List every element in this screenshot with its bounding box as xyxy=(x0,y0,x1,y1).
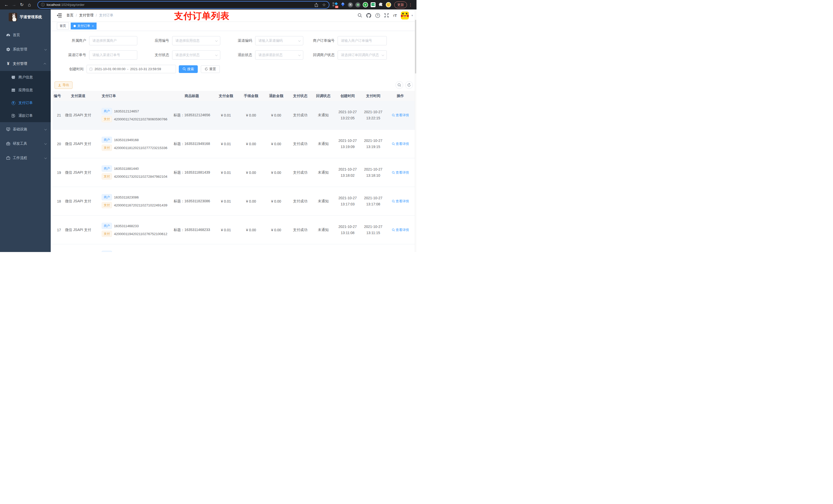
chevron-down-icon xyxy=(44,142,47,145)
column-header-编号: 编号 xyxy=(52,94,62,98)
cell-product-title: 标题：1635311468233 xyxy=(170,228,213,232)
filter-item-支付状态: 支付状态请选择支付状态 xyxy=(137,50,220,60)
avatar-caret-icon[interactable]: ▾ xyxy=(411,14,413,17)
cell-pay-channel: 微信 JSAPI 支付 xyxy=(62,228,95,232)
cell-pay-time: 2021-10-2713:17:08 xyxy=(360,195,386,207)
pay-tag: 支付 xyxy=(102,202,112,208)
browser-forward-button[interactable]: → xyxy=(10,3,18,7)
merchant-order-no: 1635312124657 xyxy=(114,110,139,113)
pay-order-line: 支付4200001181202110277723215336 xyxy=(102,145,170,151)
sidebar-item-工作流程[interactable]: 工作流程 xyxy=(0,151,51,165)
sidebar-item-基础设施[interactable]: 基础设施 xyxy=(0,122,51,137)
cell-actions: 查看详情 xyxy=(386,199,415,203)
view-detail-link[interactable]: 查看详情 xyxy=(392,199,409,203)
cell-refund-amount: ¥ 0.00 xyxy=(264,142,289,146)
export-button[interactable]: 导出 xyxy=(54,81,72,89)
sidebar-item-首页[interactable]: 首页 xyxy=(0,28,51,42)
placeholder-text: 请选择支付状态 xyxy=(175,53,214,57)
回调商户状态-select[interactable]: 请选择订单回调商户状态 xyxy=(338,50,387,60)
column-header-操作: 操作 xyxy=(386,94,415,98)
refresh-table-button[interactable] xyxy=(405,81,413,89)
browser-back-button[interactable]: ← xyxy=(3,3,10,7)
sidebar-item-支付管理[interactable]: ¥支付管理 xyxy=(0,56,51,71)
close-tab-icon[interactable]: × xyxy=(92,24,94,28)
top-navbar: 首页 / 支付管理 / 支付订单 支付订单列表 ? xyxy=(51,9,416,21)
filter-item-退款状态: 退款状态请选择退款状态 xyxy=(220,50,303,60)
cell-pay-amount: ¥ 0.01 xyxy=(213,228,238,232)
font-size-icon[interactable]: TT xyxy=(393,13,397,18)
browser-home-button[interactable]: ⌂ xyxy=(26,2,33,7)
应用编号-select[interactable]: 请选择应用信息 xyxy=(172,36,220,45)
pay-order-line: 支付4200001194202110276752100612 xyxy=(102,231,170,237)
渠道编码-select[interactable]: 请输入渠道编码 xyxy=(255,36,303,45)
cell-fee-amount: ¥ 0.00 xyxy=(238,199,264,203)
bookmark-star-icon[interactable]: ☆ xyxy=(322,2,326,7)
extension-command-icon[interactable]: ⌘ xyxy=(348,2,353,7)
商户订单编号-input[interactable]: 请输入商户订单编号 xyxy=(338,36,387,45)
header-search-icon[interactable] xyxy=(358,13,362,18)
extension-tabs-icon[interactable]: 10 xyxy=(332,2,338,7)
browser-update-button[interactable]: 更新 xyxy=(394,2,407,8)
view-detail-link[interactable]: 查看详情 xyxy=(392,113,409,118)
reset-button[interactable]: 重置 xyxy=(201,65,220,73)
tab-支付订单[interactable]: 支付订单× xyxy=(71,23,97,29)
browser-menu-dots-icon[interactable]: ⋮ xyxy=(409,3,412,7)
view-detail-link[interactable]: 查看详情 xyxy=(392,142,409,146)
支付状态-select[interactable]: 请选择支付状态 xyxy=(172,50,220,60)
cell-notify-status: 未通知 xyxy=(312,228,335,232)
extension-chat-icon[interactable] xyxy=(371,2,376,7)
sidebar-item-研发工具[interactable]: 研发工具 xyxy=(0,137,51,151)
profile-emoji-avatar[interactable] xyxy=(386,2,391,7)
sidebar-item-退款订单[interactable]: 退款订单 xyxy=(0,110,51,122)
help-icon[interactable]: ? xyxy=(375,13,380,18)
share-icon[interactable] xyxy=(314,3,318,7)
window-scrollbar[interactable] xyxy=(415,9,416,252)
filter-form: 所属商户请选择所属商户应用编号请选择应用信息渠道编码请输入渠道编码商户订单编号请… xyxy=(51,31,416,73)
sidebar-fold-icon[interactable] xyxy=(57,13,62,18)
sidebar-item-商户信息[interactable]: 商户信息 xyxy=(0,71,51,84)
tab-首页[interactable]: 首页 xyxy=(57,23,69,29)
所属商户-input[interactable]: 请选择所属商户 xyxy=(89,36,137,45)
extensions-puzzle-icon[interactable] xyxy=(378,2,383,7)
app-title: 芋道管理系统 xyxy=(20,15,42,20)
view-detail-link[interactable]: 查看详情 xyxy=(392,170,409,175)
sidebar-item-应用信息[interactable]: 应用信息 xyxy=(0,84,51,97)
site-info-icon[interactable]: ⓘ xyxy=(41,3,45,7)
github-icon[interactable] xyxy=(366,13,371,18)
address-bar[interactable]: ⓘ localhost:1024/pay/order ☆ xyxy=(38,1,329,9)
cell-pay-channel: 微信 JSAPI 支付 xyxy=(62,170,95,175)
cell-notify-status: 未通知 xyxy=(312,170,335,175)
cell-fee-amount: ¥ 0.00 xyxy=(238,142,264,146)
user-avatar[interactable] xyxy=(401,11,409,20)
dashboard-icon xyxy=(6,33,10,37)
fullscreen-icon[interactable] xyxy=(384,13,389,18)
table-row: 17微信 JSAPI 支付商户1635311468233支付4200001194… xyxy=(52,216,415,244)
cell-refund-amount: ¥ 0.00 xyxy=(264,199,289,203)
breadcrumb-home[interactable]: 首页 xyxy=(66,13,73,18)
create-time-range-input[interactable]: 2021-10-01 00:00:00 - 2021-10-31 23:59:5… xyxy=(87,65,176,73)
search-button[interactable]: 搜索 xyxy=(179,65,198,73)
extension-y-icon[interactable]: Y xyxy=(363,2,368,7)
merchant-order-no: 1635311823086 xyxy=(114,195,139,199)
cell-fee-amount: ¥ 0.00 xyxy=(238,171,264,175)
cell-notify-status: 未通知 xyxy=(312,199,335,203)
extension-kite-icon[interactable] xyxy=(340,2,346,7)
sidebar-item-系统管理[interactable]: 系统管理 xyxy=(0,42,51,56)
渠道订单号-input[interactable]: 请输入渠道订单号 xyxy=(89,50,137,60)
column-header-支付时间: 支付时间 xyxy=(360,93,386,99)
sidebar-item-支付订单[interactable]: ¥支付订单 xyxy=(0,97,51,110)
chevron-down-icon xyxy=(298,39,301,42)
annotation-overlay-text: 支付订单列表 xyxy=(174,10,230,22)
cell-pay-amount: ¥ 0.01 xyxy=(213,142,238,146)
merchant-order-line: 商户1635311949168 xyxy=(102,137,170,143)
sidebar-item-label: 退款订单 xyxy=(19,114,33,118)
app-logo-image xyxy=(9,13,17,21)
browser-reload-button[interactable]: ↻ xyxy=(18,3,26,7)
breadcrumb-pay-manage[interactable]: 支付管理 xyxy=(79,13,94,18)
merchant-order-line: 商户1635312124657 xyxy=(102,108,170,114)
show-search-toggle-button[interactable] xyxy=(396,81,403,89)
退款状态-select[interactable]: 请选择退款状态 xyxy=(255,50,303,60)
extension-dimmer-icon[interactable] xyxy=(355,2,360,7)
view-detail-link[interactable]: 查看详情 xyxy=(392,228,409,232)
filter-item-商户订单编号: 商户订单编号请输入商户订单编号 xyxy=(303,36,387,45)
